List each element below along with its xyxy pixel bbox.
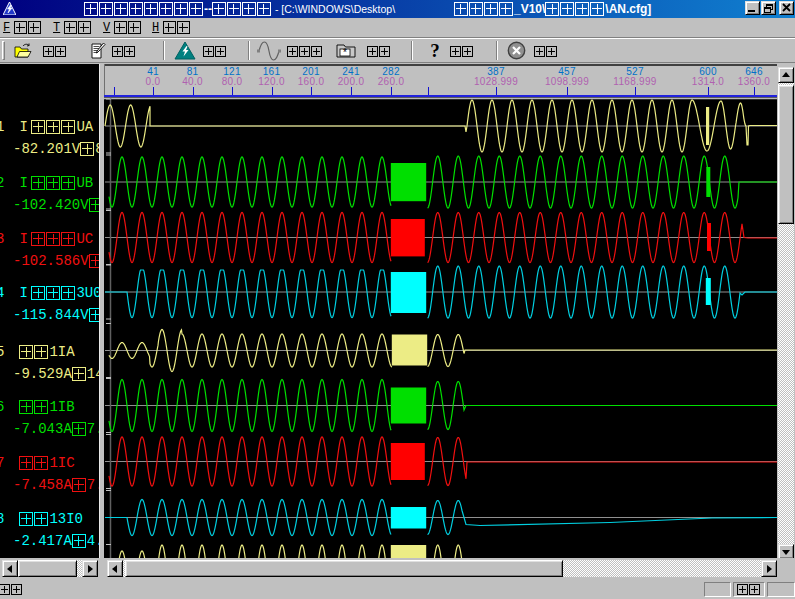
svg-text:*: *	[343, 47, 347, 58]
svg-text:?: ?	[430, 41, 440, 59]
